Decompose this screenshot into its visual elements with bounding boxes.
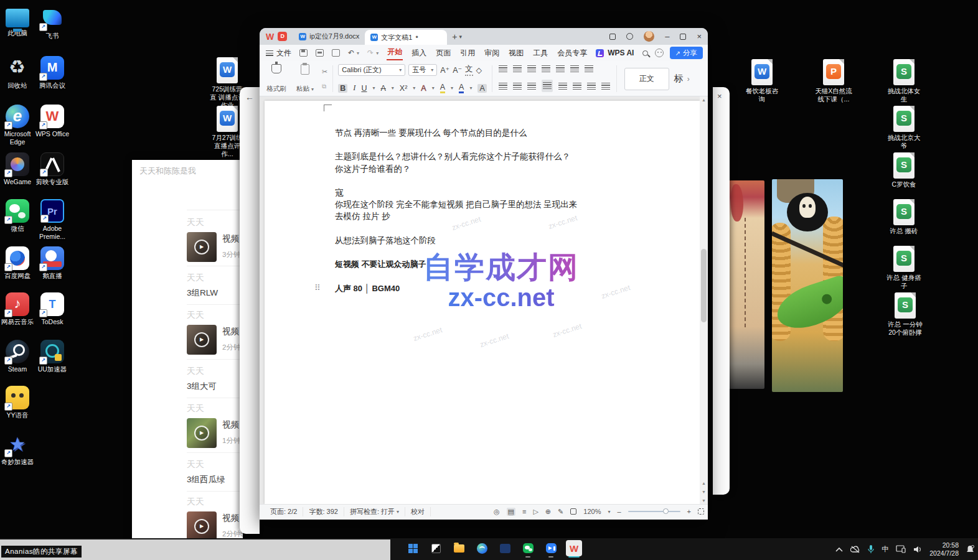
speaker-icon[interactable] [913, 546, 922, 553]
skin-globe-icon[interactable] [626, 33, 633, 40]
desktop-icon-feishu[interactable]: 飞书 [35, 6, 70, 40]
taskbar-clock[interactable]: 20:58 2024/7/28 [929, 541, 959, 558]
underline-caret[interactable]: ▾ [372, 85, 375, 91]
file-explorer-button[interactable] [451, 540, 467, 556]
cut-icon[interactable]: ✂ [322, 68, 327, 76]
focus-mode-icon[interactable]: ◎ [494, 508, 500, 516]
document-page[interactable]: 节点 再清晰一些 要展现什么 每个节点的目的是什么 主题到底是什么？想讲什么？别… [265, 101, 700, 504]
fit-page-icon[interactable] [570, 508, 576, 515]
next-page-button[interactable]: ▼ [700, 498, 708, 503]
desktop-icon-sheet-cluo[interactable]: S C罗饮食 [885, 152, 923, 189]
page-view-icon[interactable]: ▤ [507, 508, 515, 516]
strike-caret[interactable]: ▾ [392, 85, 394, 91]
menu-page[interactable]: 页面 [435, 47, 451, 60]
desktop-icon-tencent-meeting[interactable]: 腾讯会议 [35, 56, 70, 90]
shrink-font-button[interactable]: A⁻ [453, 65, 462, 75]
chat-message-video[interactable]: 天天 视频 1分钟 [187, 403, 243, 448]
menu-insert[interactable]: 插入 [411, 47, 427, 60]
print-icon[interactable] [316, 49, 324, 57]
color-caret[interactable]: ▾ [469, 85, 472, 91]
desktop-icon-wps-office[interactable]: W WPS Office [35, 105, 70, 138]
fullscreen-icon[interactable] [698, 508, 704, 515]
desktop-icon-this-pc[interactable]: 此电脑 [0, 6, 35, 37]
zoom-slider-thumb[interactable] [663, 508, 669, 514]
search-icon[interactable] [642, 50, 648, 56]
zoom-caret[interactable]: ▾ [608, 509, 610, 515]
highlight-caret[interactable]: ▾ [451, 85, 453, 91]
read-mode-icon[interactable]: ▷ [533, 508, 538, 516]
video-thumbnail[interactable] [187, 325, 217, 355]
cast-screen-icon[interactable] [896, 545, 906, 553]
desktop-icon-sheet-beiti[interactable]: S 挑战北体女生 [885, 59, 923, 103]
new-tab-button[interactable]: + [452, 32, 457, 42]
decrease-indent-icon[interactable] [527, 65, 536, 72]
menu-member[interactable]: 会员专享 [557, 47, 588, 60]
paragraph-drag-handle[interactable]: ⠿ [314, 283, 321, 292]
increase-indent-icon[interactable] [542, 65, 550, 72]
word-count[interactable]: 字数: 392 [303, 507, 344, 516]
close-icon[interactable]: × [717, 91, 722, 101]
proofread-button[interactable]: 校对 [405, 507, 431, 516]
superscript-button[interactable]: X² [400, 84, 408, 93]
meeting-taskbar-button[interactable] [543, 540, 559, 556]
zoom-in-button[interactable]: + [687, 508, 691, 515]
desktop-icon-steam[interactable]: Steam [0, 340, 35, 373]
chat-message-text[interactable]: 天天 3组西瓜绿 [187, 459, 243, 485]
user-avatar[interactable] [644, 31, 654, 42]
preview-icon[interactable] [332, 49, 340, 57]
chat-message-video[interactable]: 天天 视频 3分钟 [187, 217, 243, 262]
align-center-icon[interactable] [513, 83, 522, 90]
wordart-caret[interactable]: ▾ [432, 85, 435, 91]
tray-expand-chevron-icon[interactable] [835, 547, 843, 552]
minimize-button[interactable]: – [665, 32, 669, 40]
edge-button[interactable] [474, 540, 490, 556]
paste-button[interactable]: 粘贴 ▾ [293, 64, 317, 93]
redo-icon[interactable]: ↷ [367, 49, 374, 57]
menu-review[interactable]: 审阅 [484, 47, 500, 60]
font-color-button[interactable]: A [459, 83, 464, 93]
toolbox-button[interactable] [497, 540, 513, 556]
align-justify-icon[interactable] [542, 80, 553, 92]
menu-tools[interactable]: 工具 [532, 47, 548, 60]
document-area[interactable]: 节点 再清晰一些 要展现什么 每个节点的目的是什么 主题到底是什么？想讲什么？别… [260, 96, 708, 504]
tab-ip-doc[interactable]: W ip定位7月9.docx [293, 30, 365, 44]
sup-caret[interactable]: ▾ [413, 85, 415, 91]
sort-icon[interactable] [570, 65, 579, 72]
feedback-icon[interactable] [655, 49, 664, 57]
format-painter-button[interactable]: 格式刷 [265, 64, 288, 93]
zoom-level[interactable]: 120% [583, 508, 601, 515]
maximize-button[interactable] [680, 34, 686, 40]
scrollbar-thumb[interactable] [701, 249, 707, 322]
align-left-icon[interactable] [499, 83, 507, 90]
desktop-icon-todesk[interactable]: T ToDesk [35, 292, 70, 326]
scroll-up-arrow[interactable]: ▲ [700, 98, 708, 102]
zoom-slider[interactable] [628, 511, 680, 512]
cloud-off-icon[interactable] [850, 546, 860, 553]
chat-message-video[interactable]: 天天 视频 2分钟 [187, 310, 243, 355]
menu-home[interactable]: 开始 [387, 45, 403, 60]
desktop-icon-wechat[interactable]: 微信 [0, 199, 35, 233]
microphone-icon[interactable] [868, 545, 874, 554]
window-stack-icon[interactable] [609, 34, 616, 40]
tab-list-caret[interactable]: ▾ [459, 34, 463, 40]
undo-caret[interactable]: ▾ [357, 50, 359, 56]
file-menu[interactable]: 文件 [266, 48, 291, 58]
bold-button[interactable]: B [338, 84, 347, 93]
chat-message-text[interactable]: 天天 3组RLW [187, 273, 243, 299]
clear-format-button[interactable]: ◇ [476, 65, 482, 75]
wps-logo-icon[interactable]: W [266, 32, 274, 42]
desktop-icon-baidu-netdisk[interactable]: 百度网盘 [0, 246, 35, 280]
show-marks-icon[interactable] [585, 65, 593, 72]
prev-page-button[interactable]: ▲ [700, 481, 708, 485]
highlight-button[interactable]: A [440, 83, 445, 93]
desktop-icon-edge[interactable]: Microsoft Edge [0, 105, 35, 146]
zoom-out-button[interactable]: – [617, 508, 621, 515]
video-thumbnail[interactable] [187, 418, 217, 448]
italic-button[interactable]: I [353, 83, 355, 93]
desktop-icon-sheet-xuzong-jianshen[interactable]: S 许总 健身搭子 [885, 246, 923, 290]
bullets-icon[interactable] [499, 65, 507, 72]
desktop-icon-netease-music[interactable]: 网易云音乐 [0, 292, 35, 326]
desktop-icon-sheet-xuzong-banzhuan[interactable]: S 许总 搬砖 [885, 199, 923, 235]
desktop-icon-yy-voice[interactable]: YY语音 [0, 386, 35, 419]
style-heading[interactable]: 标 › [674, 73, 690, 85]
